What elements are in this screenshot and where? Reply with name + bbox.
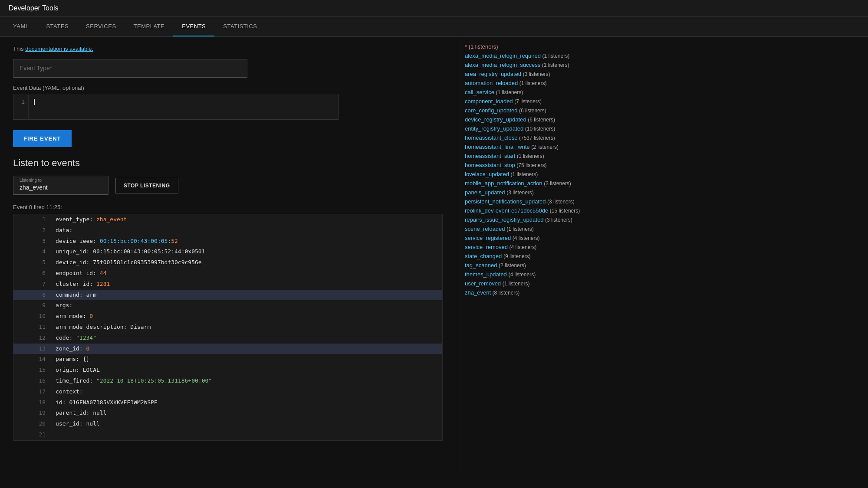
yaml-line-numbers: 1 bbox=[13, 94, 29, 119]
star-event-link[interactable]: * (1 listeners) bbox=[465, 43, 586, 50]
event-link-user_removed[interactable]: user_removed (1 listeners) bbox=[465, 280, 586, 287]
event-link-entity_registry_updated[interactable]: entity_registry_updated (10 listeners) bbox=[465, 125, 586, 132]
main-layout: This documentation is available. Event D… bbox=[0, 37, 868, 471]
left-panel: This documentation is available. Event D… bbox=[0, 37, 456, 471]
event-type-field bbox=[13, 59, 443, 78]
right-panel: * (1 listeners) alexa_media_relogin_requ… bbox=[456, 37, 595, 471]
event-link-themes_updated[interactable]: themes_updated (4 listeners) bbox=[465, 271, 586, 278]
event-link-zha_event[interactable]: zha_event (8 listeners) bbox=[465, 289, 586, 296]
event-link-homeassistant_start[interactable]: homeassistant_start (1 listeners) bbox=[465, 153, 586, 159]
event-link-call_service[interactable]: call_service (1 listeners) bbox=[465, 89, 586, 95]
table-row: 15origin: LOCAL bbox=[13, 365, 442, 376]
event-link-automation_reloaded[interactable]: automation_reloaded (1 listeners) bbox=[465, 80, 586, 86]
code-table: 1event_type: zha_event2data:3 device_iee… bbox=[13, 214, 442, 440]
notice-text: This documentation is available. bbox=[13, 46, 443, 52]
event-link-device_registry_updated[interactable]: device_registry_updated (6 listeners) bbox=[465, 116, 586, 123]
event-link-tag_scanned[interactable]: tag_scanned (2 listeners) bbox=[465, 262, 586, 269]
table-row: 18 id: 01GFNA07385VXKKVEE3WM2WSPE bbox=[13, 397, 442, 408]
nav-item-services[interactable]: SERVICES bbox=[77, 17, 125, 36]
nav-item-states[interactable]: STATES bbox=[37, 17, 77, 36]
event-link-alexa_media_relogin_required[interactable]: alexa_media_relogin_required (1 listener… bbox=[465, 52, 586, 59]
event-link-homeassistant_final_write[interactable]: homeassistant_final_write (2 listeners) bbox=[465, 144, 586, 150]
event-link-homeassistant_stop[interactable]: homeassistant_stop (75 listeners) bbox=[465, 162, 586, 168]
event-link-reolink_dev-event-ec71dbc550de[interactable]: reolink_dev-event-ec71dbc550de (15 liste… bbox=[465, 207, 586, 214]
event-header: Event 0 fired 11:25: bbox=[13, 204, 443, 210]
table-row: 8 command: arm bbox=[13, 290, 442, 301]
title-bar: Developer Tools bbox=[0, 0, 868, 17]
table-row: 7 cluster_id: 1281 bbox=[13, 279, 442, 290]
event-link-area_registry_updated[interactable]: area_registry_updated (3 listeners) bbox=[465, 71, 586, 77]
nav-item-template[interactable]: TEMPLATE bbox=[125, 17, 174, 36]
nav-item-events[interactable]: EVENTS bbox=[173, 17, 214, 36]
event-link-service_removed[interactable]: service_removed (4 listeners) bbox=[465, 244, 586, 250]
event-link-service_registered[interactable]: service_registered (4 listeners) bbox=[465, 235, 586, 241]
table-row: 1event_type: zha_event bbox=[13, 214, 442, 225]
stop-listening-button[interactable]: STOP LISTENING bbox=[115, 178, 178, 193]
table-row: 13 zone_id: 0 bbox=[13, 344, 442, 354]
yaml-editor[interactable] bbox=[29, 94, 338, 119]
event-link-core_config_updated[interactable]: core_config_updated (6 listeners) bbox=[465, 107, 586, 114]
event-type-input[interactable] bbox=[13, 59, 247, 78]
event-link-persistent_notifications_updated[interactable]: persistent_notifications_updated (3 list… bbox=[465, 198, 586, 205]
table-row: 6 endpoint_id: 44 bbox=[13, 268, 442, 279]
table-row: 4 unique_id: 00:15:bc:00:43:00:05:52:44:… bbox=[13, 246, 442, 257]
table-row: 3 device_ieee: 00:15:bc:00:43:00:05:52 bbox=[13, 236, 442, 247]
table-row: 17context: bbox=[13, 386, 442, 397]
table-row: 12 code: "1234" bbox=[13, 333, 442, 344]
table-row: 11 arm_mode_description: Disarm bbox=[13, 322, 442, 333]
event-data-field: Event Data (YAML, optional) 1 bbox=[13, 85, 443, 120]
table-row: 20 user_id: null bbox=[13, 419, 442, 429]
listening-to-container: Listening to zha_event bbox=[13, 176, 108, 195]
event-link-scene_reloaded[interactable]: scene_reloaded (1 listeners) bbox=[465, 226, 586, 232]
table-row: 10 arm_mode: 0 bbox=[13, 311, 442, 322]
event-link-panels_updated[interactable]: panels_updated (3 listeners) bbox=[465, 189, 586, 196]
table-row: 2data: bbox=[13, 225, 442, 236]
fire-event-button[interactable]: FIRE EVENT bbox=[13, 130, 72, 147]
event-link-alexa_media_relogin_success[interactable]: alexa_media_relogin_success (1 listeners… bbox=[465, 62, 586, 68]
event-link-homeassistant_close[interactable]: homeassistant_close (7537 listeners) bbox=[465, 134, 586, 141]
nav-item-yaml[interactable]: YAML bbox=[4, 17, 37, 36]
app-title: Developer Tools bbox=[9, 4, 58, 12]
table-row: 9 args: bbox=[13, 300, 442, 311]
listen-field-row: Listening to zha_event STOP LISTENING bbox=[13, 176, 443, 195]
event-link-repairs_issue_registry_updated[interactable]: repairs_issue_registry_updated (3 listen… bbox=[465, 216, 586, 223]
listen-section-title: Listen to events bbox=[13, 157, 443, 169]
event-link-mobile_app_notification_action[interactable]: mobile_app_notification_action (3 listen… bbox=[465, 180, 586, 187]
listening-to-value: zha_event bbox=[20, 184, 102, 191]
nav-item-statistics[interactable]: STATISTICS bbox=[214, 17, 266, 36]
table-row: 21 bbox=[13, 429, 442, 440]
code-block: 1event_type: zha_event2data:3 device_iee… bbox=[13, 214, 443, 441]
documentation-link[interactable]: documentation is available. bbox=[25, 46, 93, 52]
table-row: 16time_fired: "2022-10-18T10:25:05.13118… bbox=[13, 376, 442, 386]
event-link-lovelace_updated[interactable]: lovelace_updated (1 listeners) bbox=[465, 171, 586, 177]
table-row: 5 device_id: 75f001581c1c89353997bdf30c9… bbox=[13, 257, 442, 268]
table-row: 14 params: {} bbox=[13, 354, 442, 365]
listening-to-label: Listening to bbox=[20, 178, 42, 183]
nav-bar: YAMLSTATESSERVICESTEMPLATEEVENTSSTATISTI… bbox=[0, 17, 868, 37]
table-row: 19 parent_id: null bbox=[13, 408, 442, 419]
event-link-state_changed[interactable]: state_changed (9 listeners) bbox=[465, 253, 586, 259]
event-data-label: Event Data (YAML, optional) bbox=[13, 85, 443, 91]
yaml-editor-container: 1 bbox=[13, 94, 339, 120]
event-link-component_loaded[interactable]: component_loaded (7 listeners) bbox=[465, 98, 586, 105]
